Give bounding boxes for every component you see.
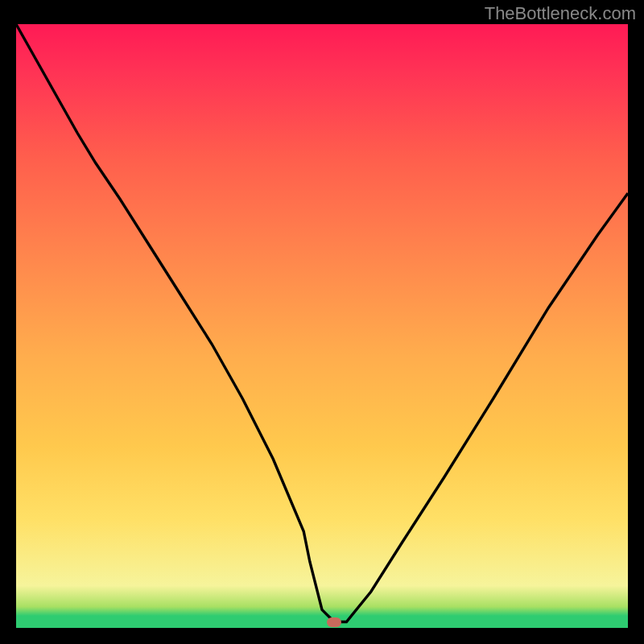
chart-marker bbox=[327, 617, 341, 627]
plot-area bbox=[16, 24, 628, 628]
watermark: TheBottleneck.com bbox=[485, 3, 636, 24]
curve-path bbox=[16, 24, 628, 622]
bottleneck-curve bbox=[16, 24, 628, 628]
